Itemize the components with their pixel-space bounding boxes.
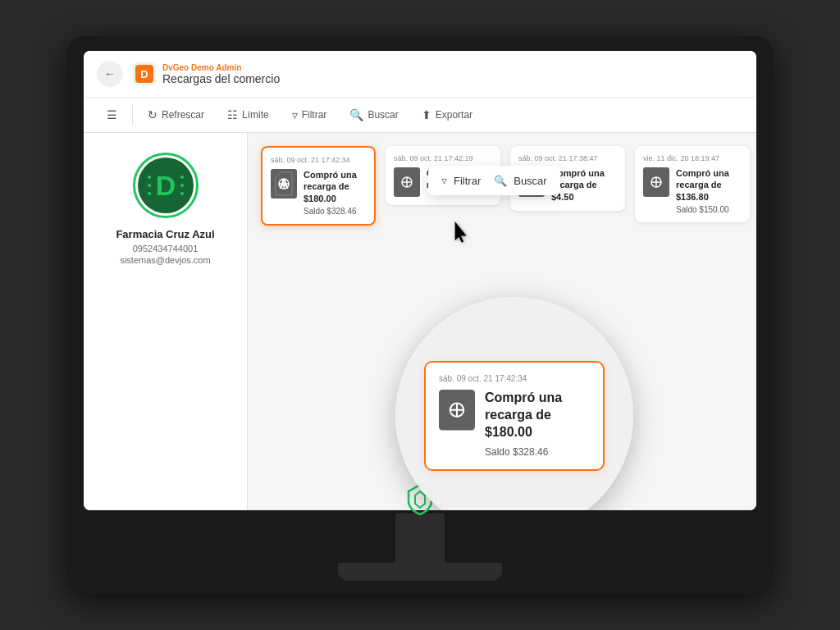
search-label: Buscar: [368, 109, 398, 121]
card-date-1: sáb. 09 oct. 21 17:42:19: [394, 154, 492, 162]
cards-area: ▿ Filtrar 🔍 Buscar sáb. 09 oct. 21 17:42…: [248, 133, 756, 510]
monitor: ← D DvGeo Demo Admin Recargas del comerc…: [67, 36, 773, 594]
pdf-icon-1: [394, 167, 420, 197]
export-icon: ⬆: [422, 108, 431, 121]
search-button[interactable]: 🔍 Buscar: [340, 103, 408, 126]
filter-label: Filtrar: [302, 109, 327, 121]
svg-point-6: [148, 192, 151, 195]
svg-point-8: [180, 184, 184, 187]
company-avatar: D: [133, 153, 199, 218]
card-date-2: sáb. 09 oct. 21 17:38:47: [518, 154, 617, 162]
company-name: Farmacia Cruz Azul: [116, 228, 214, 240]
svg-text:D: D: [155, 170, 176, 201]
page-title: Recargas del comercio: [162, 72, 280, 85]
zoom-card-text: Compró una recarga de $180.00 Saldo $328…: [485, 390, 590, 457]
filter-popup-icon: ▿: [441, 174, 447, 187]
limit-icon: ☷: [227, 108, 238, 121]
monitor-stand-base: [338, 563, 502, 581]
avatar-letter: D: [138, 158, 194, 213]
export-label: Exportar: [436, 109, 472, 121]
brand-logo: D: [133, 62, 156, 85]
company-email: sistemas@devjos.com: [120, 255, 210, 265]
zoomed-card: sáb. 09 oct. 21 17:42:34: [424, 361, 605, 470]
card-date-3: vie. 11 dic. 20 18:19:47: [643, 154, 742, 162]
card-text-0: Compró una recarga de $180.00 Saldo $328…: [304, 169, 366, 216]
svg-point-4: [148, 176, 151, 179]
back-button[interactable]: ←: [97, 61, 123, 87]
card-balance-3: Saldo $150.00: [676, 205, 742, 214]
filter-popup-label: Filtrar: [454, 175, 481, 187]
avatar-svg: D: [141, 161, 190, 210]
card-title-3: Compró una recarga de $136.80: [676, 167, 742, 203]
zoom-card-title: Compró una recarga de $180.00: [485, 390, 590, 441]
zoom-card-balance: Saldo $328.46: [485, 446, 590, 458]
card-text-2: Compró una recarga de $4.50: [551, 167, 617, 203]
list-view-button[interactable]: ☰: [97, 103, 127, 126]
app-bar: ← D DvGeo Demo Admin Recargas del comerc…: [84, 51, 756, 97]
recharge-card-3[interactable]: vie. 11 dic. 20 18:19:47 Compró una re: [635, 146, 750, 222]
filter-popup: ▿ Filtrar 🔍 Buscar: [428, 166, 560, 195]
filter-icon: ▿: [292, 108, 298, 121]
brand-name: DvGeo Demo Admin: [162, 63, 280, 72]
limit-button[interactable]: ☷ Límite: [217, 103, 279, 126]
card-title-0: Compró una recarga de $180.00: [304, 169, 366, 204]
card-body-3: Compró una recarga de $136.80 Saldo $150…: [643, 167, 742, 214]
zoom-card-date: sáb. 09 oct. 21 17:42:34: [439, 374, 590, 383]
app-bar-title-group: DvGeo Demo Admin Recargas del comercio: [162, 63, 280, 85]
svg-point-5: [148, 184, 151, 187]
sidebar: D Farmacia Cruz Azul 0952434744001 sis: [84, 133, 248, 510]
pdf-icon-0: A: [271, 169, 297, 199]
limit-label: Límite: [242, 109, 269, 121]
refresh-label: Refrescar: [162, 109, 204, 121]
zoom-pdf-icon: [439, 390, 475, 431]
filter-button[interactable]: ▿ Filtrar: [282, 103, 337, 126]
recharge-card-0[interactable]: sáb. 09 oct. 21 17:42:34 A: [261, 146, 376, 226]
export-button[interactable]: ⬆ Exportar: [412, 103, 482, 126]
refresh-button[interactable]: ↻ Refrescar: [138, 103, 214, 126]
main-content: D Farmacia Cruz Azul 0952434744001 sis: [84, 133, 756, 510]
screen: ← D DvGeo Demo Admin Recargas del comerc…: [84, 51, 756, 510]
svg-point-7: [180, 176, 184, 179]
svg-text:D: D: [140, 68, 148, 80]
company-phone: 0952434744001: [133, 244, 199, 253]
zoom-card-body: Compró una recarga de $180.00 Saldo $328…: [439, 390, 590, 457]
search-icon: 🔍: [349, 108, 363, 121]
list-icon: ☰: [107, 108, 117, 121]
svg-point-9: [180, 192, 184, 195]
card-date-0: sáb. 09 oct. 21 17:42:34: [271, 156, 366, 164]
brand-svg-icon: D: [135, 65, 153, 83]
search-popup-label: Buscar: [514, 175, 546, 187]
card-text-3: Compró una recarga de $136.80 Saldo $150…: [676, 167, 742, 214]
card-title-2: Compró una recarga de $4.50: [551, 167, 617, 203]
toolbar: ☰ ↻ Refrescar ☷ Límite ▿ Filtrar 🔍 Busca…: [84, 97, 756, 133]
pdf-icon-3: [643, 167, 669, 197]
card-body-0: A Compró una recarga de $180.00 Saldo $3…: [271, 169, 366, 216]
zoom-overlay: sáb. 09 oct. 21 17:42:34: [395, 297, 633, 510]
back-icon: ←: [104, 67, 116, 80]
card-balance-0: Saldo $328.46: [304, 207, 366, 216]
refresh-icon: ↻: [148, 108, 158, 121]
cursor: [451, 221, 474, 248]
search-popup-icon: 🔍: [494, 175, 507, 187]
toolbar-divider-1: [132, 105, 133, 125]
